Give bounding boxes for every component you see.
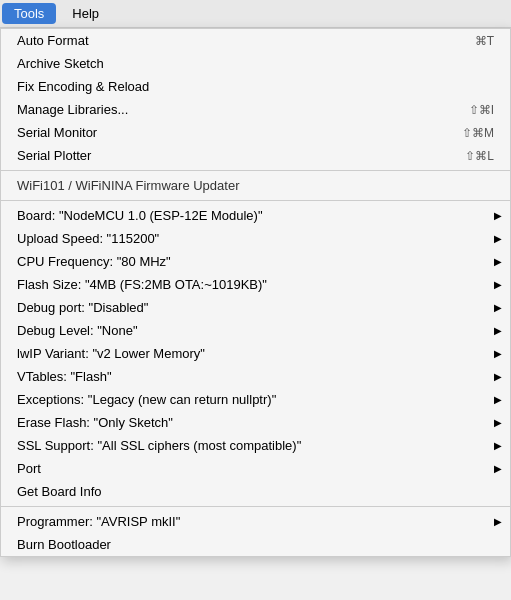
menu-item[interactable]: Serial Monitor⇧⌘M [1, 121, 510, 144]
menu-item-label: Debug port: "Disabled" [17, 300, 148, 315]
menu-item-shortcut: ⇧⌘M [462, 126, 494, 140]
menu-item[interactable]: lwIP Variant: "v2 Lower Memory" [1, 342, 510, 365]
menu-item[interactable]: Auto Format⌘T [1, 29, 510, 52]
menu-item-label: Port [17, 461, 41, 476]
menu-item[interactable]: Debug Level: "None" [1, 319, 510, 342]
menu-section-header: WiFi101 / WiFiNINA Firmware Updater [1, 174, 510, 197]
menu-item-label: Archive Sketch [17, 56, 104, 71]
menu-item-label: Serial Monitor [17, 125, 97, 140]
menu-item-label: CPU Frequency: "80 MHz" [17, 254, 171, 269]
menu-item-label: Upload Speed: "115200" [17, 231, 159, 246]
menu-item[interactable]: Get Board Info [1, 480, 510, 503]
menu-item[interactable]: SSL Support: "All SSL ciphers (most comp… [1, 434, 510, 457]
menu-item[interactable]: VTables: "Flash" [1, 365, 510, 388]
menu-bar-item-help[interactable]: Help [60, 3, 111, 24]
menu-item[interactable]: Burn Bootloader [1, 533, 510, 556]
menu-item[interactable]: Archive Sketch [1, 52, 510, 75]
menu-item-label: Get Board Info [17, 484, 102, 499]
menu-item-label: VTables: "Flash" [17, 369, 112, 384]
menu-item-label: Erase Flash: "Only Sketch" [17, 415, 173, 430]
menu-item-label: Manage Libraries... [17, 102, 128, 117]
menu-bar: ToolsHelp [0, 0, 511, 28]
menu-item-shortcut: ⇧⌘I [469, 103, 494, 117]
menu-separator [1, 506, 510, 507]
menu-item-label: Burn Bootloader [17, 537, 111, 552]
menu-item[interactable]: Board: "NodeMCU 1.0 (ESP-12E Module)" [1, 204, 510, 227]
menu-item[interactable]: Exceptions: "Legacy (new can return null… [1, 388, 510, 411]
menu-item-label: Flash Size: "4MB (FS:2MB OTA:~1019KB)" [17, 277, 267, 292]
menu-item-label: Serial Plotter [17, 148, 91, 163]
menu-item[interactable]: CPU Frequency: "80 MHz" [1, 250, 510, 273]
menu-separator [1, 170, 510, 171]
menu-item[interactable]: Port [1, 457, 510, 480]
menu-item-label: Programmer: "AVRISP mkII" [17, 514, 180, 529]
menu-item-shortcut: ⌘T [475, 34, 494, 48]
menu-item-label: Auto Format [17, 33, 89, 48]
menu-container: Auto Format⌘TArchive SketchFix Encoding … [0, 28, 511, 557]
menu-item[interactable]: Serial Plotter⇧⌘L [1, 144, 510, 167]
menu-item[interactable]: Fix Encoding & Reload [1, 75, 510, 98]
menu-item[interactable]: Programmer: "AVRISP mkII" [1, 510, 510, 533]
menu-item-shortcut: ⇧⌘L [465, 149, 494, 163]
menu-item-label: lwIP Variant: "v2 Lower Memory" [17, 346, 205, 361]
menu-separator [1, 200, 510, 201]
menu-item[interactable]: Manage Libraries...⇧⌘I [1, 98, 510, 121]
menu-item[interactable]: Flash Size: "4MB (FS:2MB OTA:~1019KB)" [1, 273, 510, 296]
menu-item[interactable]: Erase Flash: "Only Sketch" [1, 411, 510, 434]
menu-item[interactable]: Upload Speed: "115200" [1, 227, 510, 250]
menu-bar-item-tools[interactable]: Tools [2, 3, 56, 24]
menu-item[interactable]: Debug port: "Disabled" [1, 296, 510, 319]
menu-item-label: Board: "NodeMCU 1.0 (ESP-12E Module)" [17, 208, 263, 223]
menu-item-label: SSL Support: "All SSL ciphers (most comp… [17, 438, 301, 453]
menu-item-label: Debug Level: "None" [17, 323, 138, 338]
menu-item-label: Fix Encoding & Reload [17, 79, 149, 94]
menu-item-label: Exceptions: "Legacy (new can return null… [17, 392, 276, 407]
